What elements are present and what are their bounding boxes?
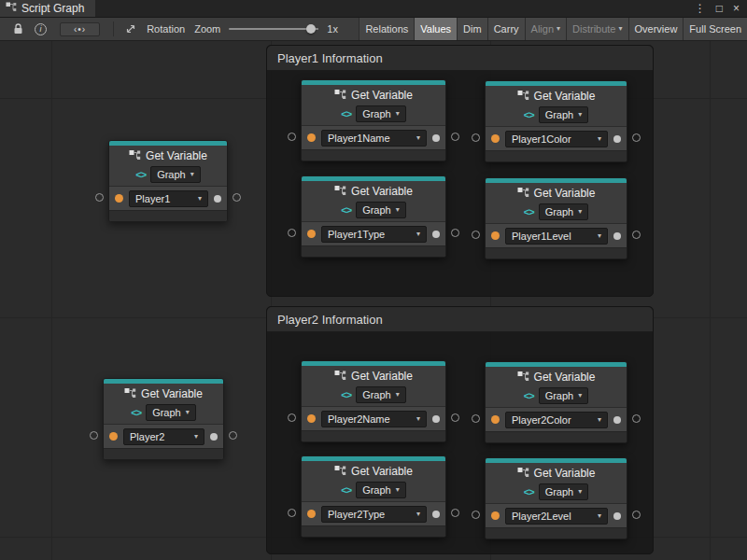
right-port-circle[interactable]: [229, 431, 237, 440]
right-port-circle[interactable]: [451, 413, 459, 422]
zoom-slider-knob[interactable]: [306, 24, 316, 34]
node-get-variable-player2[interactable]: Get Variable <> Graph▾ Player2▾: [103, 378, 224, 460]
node-scope-row: <> Graph▾: [302, 202, 445, 221]
maximize-icon[interactable]: □: [716, 3, 723, 14]
zoom-to-fit-button[interactable]: ‹•›: [60, 22, 100, 36]
dim-button[interactable]: Dim: [457, 18, 487, 40]
right-port-circle[interactable]: [233, 193, 241, 202]
node-get-variable-player1type[interactable]: Get Variable <> Graph▾ Player1Type▾: [301, 175, 446, 258]
scope-dropdown[interactable]: Graph▾: [356, 482, 406, 498]
close-icon[interactable]: ×: [733, 3, 740, 14]
value-output-port-icon[interactable]: [214, 195, 221, 203]
overview-button[interactable]: Overview: [628, 18, 684, 40]
left-port-circle[interactable]: [472, 414, 480, 423]
right-port-circle[interactable]: [632, 231, 641, 239]
node-get-variable-player2name[interactable]: Get Variable <> Graph▾ Player2Name▾: [301, 360, 446, 442]
left-port-circle[interactable]: [95, 193, 104, 202]
left-port-circle[interactable]: [472, 133, 480, 142]
tab-script-graph[interactable]: Script Graph: [0, 0, 95, 17]
align-button[interactable]: Align▾: [525, 18, 566, 40]
value-output-port-icon[interactable]: [432, 415, 440, 423]
zoom-slider[interactable]: [229, 23, 318, 35]
caret-down-icon: ▾: [557, 25, 560, 33]
scope-dropdown[interactable]: Graph▾: [356, 105, 406, 122]
variable-dropdown[interactable]: Player1Name▾: [321, 130, 427, 147]
value-output-port-icon[interactable]: [613, 135, 621, 143]
name-input-port-icon[interactable]: [491, 134, 500, 143]
node-header: Get Variable: [486, 463, 627, 483]
group-header[interactable]: Player1 Information: [267, 46, 653, 71]
info-icon[interactable]: i: [35, 23, 47, 35]
right-port-circle[interactable]: [632, 133, 641, 142]
relations-button[interactable]: Relations: [359, 18, 414, 40]
value-output-port-icon[interactable]: [210, 433, 218, 441]
distribute-button[interactable]: Distribute▾: [566, 18, 627, 40]
node-get-variable-player2color[interactable]: Get Variable <> Graph▾ Player2Color▾: [485, 361, 627, 443]
name-input-port-icon[interactable]: [307, 414, 316, 423]
node-get-variable-player1[interactable]: Get Variable <> Graph▾ Player1▾: [108, 140, 228, 222]
get-variable-icon: [334, 465, 346, 479]
values-button[interactable]: Values: [414, 18, 457, 40]
name-input-port-icon[interactable]: [491, 415, 500, 424]
left-port-circle[interactable]: [288, 133, 296, 141]
value-output-port-icon[interactable]: [613, 416, 621, 424]
variable-dropdown[interactable]: Player2Name▾: [321, 411, 427, 427]
full-screen-button[interactable]: Full Screen: [683, 18, 747, 40]
right-port-circle[interactable]: [451, 229, 459, 237]
scope-dropdown[interactable]: Graph▾: [539, 203, 589, 220]
left-port-circle[interactable]: [288, 509, 296, 517]
scope-dropdown[interactable]: Graph▾: [150, 166, 201, 183]
node-get-variable-player1name[interactable]: Get Variable <> Graph▾ Player1Name▾: [301, 79, 446, 161]
right-port-circle[interactable]: [451, 133, 459, 141]
node-get-variable-player1color[interactable]: Get Variable <> Graph▾ Player1Color▾: [485, 80, 627, 162]
variable-dropdown[interactable]: Player2Color▾: [505, 412, 608, 428]
node-get-variable-player1level[interactable]: Get Variable <> Graph▾ Player1Level▾: [485, 177, 627, 259]
variable-dropdown[interactable]: Player1Color▾: [505, 131, 608, 147]
name-input-port-icon[interactable]: [307, 510, 316, 518]
scope-dropdown[interactable]: Graph▾: [146, 404, 196, 421]
value-output-port-icon[interactable]: [432, 231, 440, 238]
variable-dropdown[interactable]: Player1Level▾: [505, 228, 608, 245]
carry-button[interactable]: Carry: [487, 18, 525, 40]
scope-dropdown[interactable]: Graph▾: [539, 483, 589, 500]
scope-dropdown[interactable]: Graph▾: [539, 387, 589, 404]
lock-icon[interactable]: [13, 23, 23, 35]
window-controls: ⋮ □ ×: [695, 0, 747, 17]
scope-label: Graph: [362, 388, 391, 401]
variable-dropdown[interactable]: Player2▾: [123, 428, 204, 445]
variable-dropdown[interactable]: Player1▾: [129, 190, 208, 207]
value-output-port-icon[interactable]: [432, 511, 440, 518]
left-port-circle[interactable]: [472, 511, 480, 519]
variable-dropdown[interactable]: Player2Type▾: [321, 506, 427, 523]
get-variable-icon: [517, 371, 529, 385]
variable-dropdown[interactable]: Player2Level▾: [505, 508, 608, 525]
name-input-port-icon[interactable]: [307, 133, 316, 142]
name-input-port-icon[interactable]: [115, 194, 123, 203]
scope-dropdown[interactable]: Graph▾: [356, 386, 406, 403]
name-input-port-icon[interactable]: [491, 231, 500, 240]
node-scope-row: <> Graph▾: [302, 386, 445, 406]
node-get-variable-player2level[interactable]: Get Variable <> Graph▾ Player2Level▾: [485, 457, 627, 539]
graph-canvas[interactable]: Player1 Information Player2 Information …: [0, 41, 747, 560]
right-port-circle[interactable]: [632, 414, 641, 423]
left-port-circle[interactable]: [90, 431, 98, 440]
name-input-port-icon[interactable]: [491, 511, 500, 520]
left-port-circle[interactable]: [288, 413, 296, 422]
node-title: Get Variable: [351, 370, 413, 383]
scope-dropdown[interactable]: Graph▾: [356, 202, 406, 218]
value-output-port-icon[interactable]: [613, 232, 621, 240]
name-input-port-icon[interactable]: [109, 432, 118, 441]
right-port-circle[interactable]: [632, 511, 641, 519]
left-port-circle[interactable]: [472, 231, 480, 239]
name-input-port-icon[interactable]: [307, 230, 316, 238]
right-port-circle[interactable]: [451, 509, 459, 517]
node-get-variable-player2type[interactable]: Get Variable <> Graph▾ Player2Type▾: [301, 455, 446, 538]
value-output-port-icon[interactable]: [432, 134, 440, 142]
node-footer: [302, 430, 445, 441]
menu-kebab-icon[interactable]: ⋮: [695, 3, 706, 14]
group-header[interactable]: Player2 Information: [267, 307, 653, 332]
scope-dropdown[interactable]: Graph▾: [539, 106, 589, 123]
value-output-port-icon[interactable]: [613, 512, 621, 520]
variable-dropdown[interactable]: Player1Type▾: [321, 226, 427, 243]
left-port-circle[interactable]: [288, 229, 296, 237]
